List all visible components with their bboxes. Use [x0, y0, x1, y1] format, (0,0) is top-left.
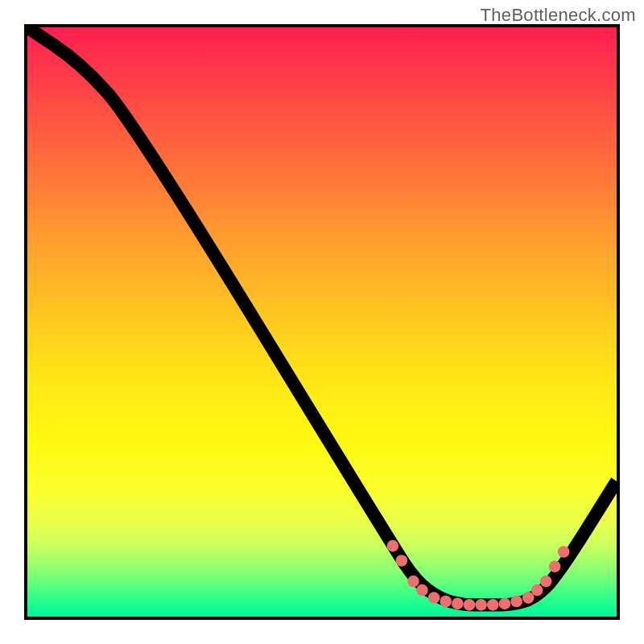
- data-dot: [440, 596, 452, 608]
- data-dot: [387, 540, 399, 552]
- chart-canvas: TheBottleneck.com: [0, 0, 644, 644]
- data-dot: [510, 596, 522, 608]
- data-dot: [499, 598, 511, 610]
- data-dot: [558, 546, 570, 558]
- data-dot: [464, 599, 476, 611]
- data-dot: [396, 555, 408, 567]
- watermark-text: TheBottleneck.com: [481, 5, 636, 26]
- data-dot: [428, 592, 440, 604]
- data-dot: [407, 576, 419, 588]
- data-dot: [531, 584, 543, 597]
- plot-area: [24, 24, 620, 620]
- chart-svg: [27, 27, 617, 617]
- data-dot: [487, 599, 499, 611]
- data-dot: [549, 560, 561, 572]
- data-dot: [416, 584, 428, 597]
- data-dot: [540, 576, 552, 588]
- data-dot: [475, 599, 487, 611]
- data-dot: [452, 598, 464, 610]
- curve-line: [27, 27, 617, 605]
